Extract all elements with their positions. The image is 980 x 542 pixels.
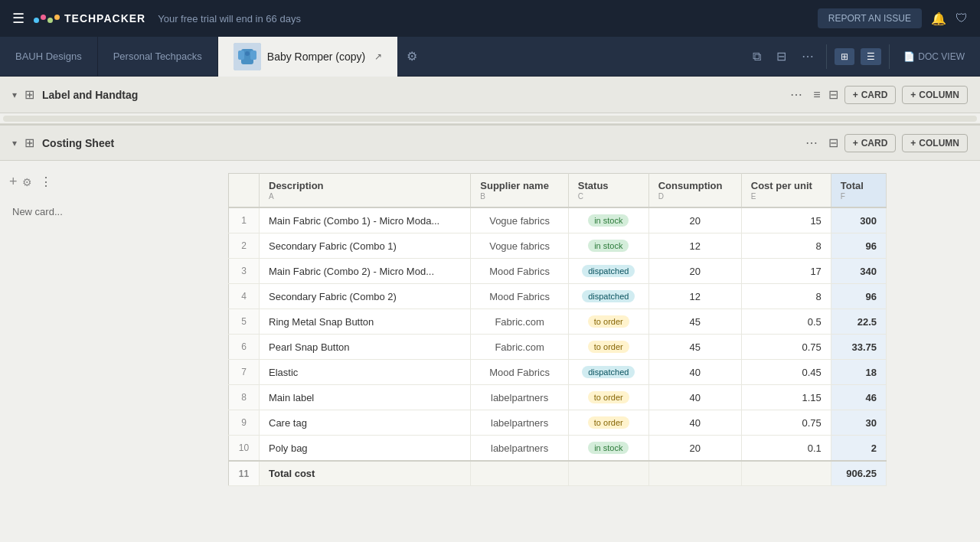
row-status: in stock — [568, 233, 648, 259]
external-link-icon[interactable]: ↗ — [374, 51, 382, 62]
section2-add-column-label: COLUMN — [919, 138, 959, 149]
row-total: 30 — [831, 410, 886, 436]
row-description[interactable]: Main Fabric (Combo 2) - Micro Mod... — [260, 259, 471, 284]
section2-header-right: ⊟ + CARD + COLUMN — [828, 134, 968, 152]
section1-more-button[interactable]: ⋯ — [787, 86, 805, 103]
row-description[interactable]: Ring Metal Snap Button — [260, 309, 471, 335]
row-description[interactable]: Main label — [260, 385, 471, 410]
status-badge: to order — [588, 416, 629, 429]
plus-icon4: + — [910, 138, 916, 149]
row-status: in stock — [568, 436, 648, 462]
bell-icon[interactable]: 🔔 — [931, 11, 946, 26]
section1-chevron[interactable]: ▾ — [12, 90, 17, 100]
row-number: 8 — [229, 385, 260, 410]
row-description[interactable]: Elastic — [260, 360, 471, 385]
section1-list-icon[interactable]: ≡ — [813, 88, 820, 102]
section2-more-button[interactable]: ⋯ — [802, 134, 821, 152]
row-status: dispatched — [568, 284, 648, 309]
sidebar-more-icon[interactable]: ⋮ — [37, 173, 55, 191]
section2-add-card-button[interactable]: + CARD — [844, 134, 897, 152]
tab-personal-techpacks[interactable]: Personal Techpacks — [98, 37, 218, 77]
table-row[interactable]: 11Total cost906.25 — [229, 461, 887, 486]
col-status-header: Status C — [568, 174, 648, 208]
table-row[interactable]: 3Main Fabric (Combo 2) - Micro Mod...Moo… — [229, 259, 887, 284]
status-badge: dispatched — [582, 265, 635, 277]
section1-split-icon[interactable]: ⊟ — [828, 87, 838, 102]
row-description[interactable]: Total cost — [260, 461, 471, 486]
row-cost-per-unit: 0.45 — [741, 360, 831, 385]
separator2 — [889, 44, 890, 69]
copy-button[interactable]: ⧉ — [748, 47, 766, 67]
row-description[interactable]: Care tag — [260, 410, 471, 436]
row-total: 46 — [831, 385, 886, 410]
row-cost-per-unit — [741, 461, 831, 486]
tab-baby-romper[interactable]: Baby Romper (copy) ↗ — [218, 37, 397, 77]
gear-icon[interactable]: ⚙ — [22, 176, 32, 188]
row-description[interactable]: Main Fabric (Combo 1) - Micro Moda... — [260, 207, 471, 233]
col-supplier-label: Supplier name — [480, 180, 549, 191]
more-options-button[interactable]: ⋯ — [797, 46, 818, 67]
section2-chevron[interactable]: ▾ — [12, 138, 17, 149]
row-number: 6 — [229, 335, 260, 360]
section1-add-column-button[interactable]: + COLUMN — [902, 86, 968, 104]
row-supplier — [471, 461, 569, 486]
row-status: to order — [568, 335, 648, 360]
row-total: 340 — [831, 259, 886, 284]
section1-scroll-hint[interactable] — [0, 113, 980, 124]
col-f-letter: F — [841, 192, 877, 201]
add-card-icon[interactable]: + — [9, 174, 18, 190]
cards-sidebar: + ⚙ ⋮ New card... — [0, 161, 228, 542]
doc-view-button[interactable]: 📄 DOC VIEW — [897, 48, 971, 65]
section1-title: Label and Handtag — [42, 89, 779, 101]
row-cost-per-unit: 0.5 — [741, 309, 831, 335]
grid-view-button[interactable]: ⊞ — [835, 48, 854, 65]
row-description[interactable]: Poly bag — [260, 436, 471, 462]
new-card-button[interactable]: New card... — [9, 200, 219, 224]
row-status: dispatched — [568, 360, 648, 385]
row-description[interactable]: Secondary Fabric (Combo 1) — [260, 233, 471, 259]
row-cost-per-unit: 0.1 — [741, 436, 831, 462]
costing-sheet-table-area[interactable]: Description A Supplier name B Status C — [228, 161, 980, 542]
table-row[interactable]: 7ElasticMood Fabricsdispatched400.4518 — [229, 360, 887, 385]
table-row[interactable]: 9Care taglabelpartnersto order400.7530 — [229, 410, 887, 436]
row-cost-per-unit: 0.75 — [741, 410, 831, 436]
row-number: 7 — [229, 360, 260, 385]
row-number: 4 — [229, 284, 260, 309]
table-row[interactable]: 8Main labellabelpartnersto order401.1546 — [229, 385, 887, 410]
logo-icon — [34, 15, 60, 23]
section2-split-icon[interactable]: ⊟ — [828, 136, 838, 150]
tabbar-right-actions: ⧉ ⊟ ⋯ ⊞ ☰ 📄 DOC VIEW — [748, 44, 980, 69]
table-row[interactable]: 1Main Fabric (Combo 1) - Micro Moda...Vo… — [229, 207, 887, 233]
tab-bauh-designs[interactable]: BAUH Designs — [0, 37, 98, 77]
row-total: 906.25 — [831, 461, 886, 486]
grid-icon: ⊞ — [841, 51, 848, 62]
shield-icon[interactable]: 🛡 — [956, 11, 968, 25]
section1-add-card-button[interactable]: + CARD — [844, 86, 897, 104]
col-total-header: Total F — [831, 174, 886, 208]
table-row[interactable]: 2Secondary Fabric (Combo 1)Vogue fabrics… — [229, 233, 887, 259]
filter-button[interactable]: ⊟ — [772, 46, 791, 67]
tab-gear[interactable]: ⚙ — [407, 49, 417, 64]
table-row[interactable]: 6Pearl Snap ButtonFabric.comto order450.… — [229, 335, 887, 360]
col-a-letter: A — [269, 192, 461, 201]
status-badge: to order — [588, 341, 629, 353]
section2-header: ▾ ⊞ Costing Sheet ⋯ ⊟ + CARD + COLUMN — [0, 124, 980, 161]
col-e-letter: E — [751, 192, 822, 201]
row-description[interactable]: Secondary Fabric (Combo 2) — [260, 284, 471, 309]
table-row[interactable]: 4Secondary Fabric (Combo 2)Mood Fabricsd… — [229, 284, 887, 309]
list-view-button[interactable]: ☰ — [861, 48, 881, 65]
report-issue-button[interactable]: REPORT AN ISSUE — [818, 8, 922, 28]
section2-add-column-button[interactable]: + COLUMN — [902, 134, 968, 152]
hamburger-icon[interactable]: ☰ — [12, 10, 24, 27]
row-status: to order — [568, 385, 648, 410]
row-number: 5 — [229, 309, 260, 335]
plus-icon3: + — [853, 138, 858, 149]
table-row[interactable]: 5Ring Metal Snap ButtonFabric.comto orde… — [229, 309, 887, 335]
row-description[interactable]: Pearl Snap Button — [260, 335, 471, 360]
row-supplier: labelpartners — [471, 410, 569, 436]
col-status-label: Status — [578, 180, 609, 191]
status-badge: to order — [588, 315, 629, 328]
tab-bauh-designs-label: BAUH Designs — [15, 51, 82, 62]
col-b-letter: B — [480, 192, 559, 201]
table-row[interactable]: 10Poly baglabelpartnersin stock200.12 — [229, 436, 887, 462]
